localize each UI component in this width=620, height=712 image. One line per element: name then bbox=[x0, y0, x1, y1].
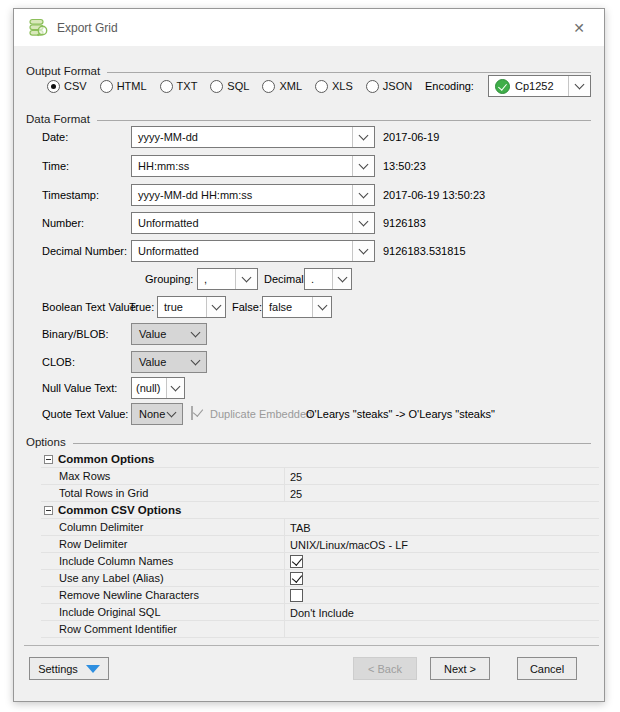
radio-xml[interactable]: XML bbox=[262, 80, 302, 93]
chevron-down-icon bbox=[332, 269, 351, 289]
time-label: Time: bbox=[42, 160, 69, 172]
table-row[interactable]: Common Options bbox=[41, 451, 599, 468]
option-value-cell[interactable] bbox=[284, 621, 599, 638]
quote-text-label: Quote Text Value: bbox=[42, 408, 128, 420]
option-group-title: Common Options bbox=[58, 453, 154, 465]
close-icon[interactable]: ✕ bbox=[568, 17, 590, 39]
option-value-cell[interactable]: UNIX/Linux/macOS - LF bbox=[284, 536, 599, 553]
radio-circle-icon bbox=[366, 80, 379, 93]
green-check-circle-icon bbox=[495, 79, 510, 94]
date-format-combo[interactable]: yyyy-MM-dd bbox=[131, 126, 375, 148]
radio-label: JSON bbox=[383, 80, 412, 92]
export-grid-dialog: Export Grid ✕ Output Format CSV HTML TXT… bbox=[13, 8, 605, 702]
time-format-combo[interactable]: HH:mm:ss bbox=[131, 155, 375, 177]
option-label: Remove Newline Characters bbox=[41, 589, 199, 601]
option-value-cell bbox=[284, 570, 599, 587]
encoding-combo[interactable]: Cp1252 bbox=[488, 75, 591, 97]
option-checkbox[interactable] bbox=[290, 589, 303, 602]
chevron-down-icon bbox=[352, 127, 374, 147]
settings-label: Settings bbox=[38, 663, 78, 675]
next-button[interactable]: Next > bbox=[430, 657, 490, 680]
combo-text: Unformatted bbox=[132, 241, 352, 261]
grouping-combo[interactable]: , bbox=[197, 268, 258, 290]
combo-text: , bbox=[198, 269, 235, 289]
binary-blob-combo[interactable]: Value bbox=[131, 323, 207, 345]
quote-example-text: O'Learys "steaks" -> O'Learys "steaks" bbox=[306, 408, 495, 420]
table-row[interactable]: Include Original SQL Don't Include bbox=[41, 604, 599, 621]
option-label: Max Rows bbox=[41, 470, 110, 482]
option-label: Include Original SQL bbox=[41, 606, 161, 618]
combo-text: Value bbox=[139, 356, 166, 368]
table-row[interactable]: Row Delimiter UNIX/Linux/macOS - LF bbox=[41, 536, 599, 553]
option-value-cell[interactable]: 25 bbox=[284, 485, 599, 502]
option-value-cell[interactable]: 25 bbox=[284, 468, 599, 485]
number-example: 9126183 bbox=[383, 217, 426, 229]
radio-json[interactable]: JSON bbox=[366, 80, 412, 93]
option-value: 25 bbox=[290, 488, 302, 500]
table-row[interactable]: Remove Newline Characters bbox=[41, 587, 599, 604]
time-row: Time: HH:mm:ss 13:50:23 bbox=[14, 155, 604, 177]
radio-html[interactable]: HTML bbox=[100, 80, 147, 93]
table-row[interactable]: Max Rows 25 bbox=[41, 468, 599, 485]
timestamp-row: Timestamp: yyyy-MM-dd HH:mm:ss 2017-06-1… bbox=[14, 184, 604, 206]
radio-csv[interactable]: CSV bbox=[47, 80, 87, 93]
option-label: Use any Label (Alias) bbox=[41, 572, 164, 584]
timestamp-example: 2017-06-19 13:50:23 bbox=[383, 189, 485, 201]
option-group-title: Common CSV Options bbox=[58, 504, 181, 516]
option-checkbox[interactable] bbox=[290, 572, 303, 585]
table-row[interactable]: Common CSV Options bbox=[41, 502, 599, 519]
radio-circle-icon bbox=[315, 80, 328, 93]
radio-txt[interactable]: TXT bbox=[160, 80, 198, 93]
number-label: Number: bbox=[42, 217, 84, 229]
radio-circle-icon bbox=[262, 80, 275, 93]
clob-label: CLOB: bbox=[42, 356, 75, 368]
radio-sql[interactable]: SQL bbox=[210, 80, 249, 93]
combo-text: (null) bbox=[132, 378, 166, 398]
option-value-cell[interactable]: TAB bbox=[284, 519, 599, 536]
option-value-cell[interactable]: Don't Include bbox=[284, 604, 599, 621]
decimal-number-row: Decimal Number: Unformatted 9126183.5318… bbox=[14, 240, 604, 262]
option-checkbox[interactable] bbox=[290, 555, 303, 568]
settings-button[interactable]: Settings bbox=[29, 657, 109, 680]
table-row[interactable]: Include Column Names bbox=[41, 553, 599, 570]
null-value-label: Null Value Text: bbox=[42, 382, 117, 394]
number-row: Number: Unformatted 9126183 bbox=[14, 212, 604, 234]
radio-label: XML bbox=[279, 80, 302, 92]
number-format-combo[interactable]: Unformatted bbox=[131, 212, 375, 234]
format-radio-group: CSV HTML TXT SQL XML XLS bbox=[47, 75, 412, 97]
timestamp-format-combo[interactable]: yyyy-MM-dd HH:mm:ss bbox=[131, 184, 375, 206]
cancel-button[interactable]: Cancel bbox=[517, 657, 577, 680]
decimal-number-format-combo[interactable]: Unformatted bbox=[131, 240, 375, 262]
false-label: False: bbox=[232, 301, 262, 313]
radio-label: HTML bbox=[117, 80, 147, 92]
boolean-true-combo[interactable]: true bbox=[157, 296, 226, 318]
table-row[interactable]: Column Delimiter TAB bbox=[41, 519, 599, 536]
dropdown-triangle-icon bbox=[86, 665, 100, 673]
option-value-cell bbox=[284, 553, 599, 570]
table-row[interactable]: Use any Label (Alias) bbox=[41, 570, 599, 587]
combo-text: None bbox=[139, 408, 165, 420]
window-title: Export Grid bbox=[57, 21, 118, 35]
combo-text: yyyy-MM-dd bbox=[132, 127, 352, 147]
decimal-combo[interactable]: . bbox=[304, 268, 352, 290]
boolean-false-combo[interactable]: false bbox=[262, 296, 332, 318]
radio-xls[interactable]: XLS bbox=[315, 80, 353, 93]
combo-text: yyyy-MM-dd HH:mm:ss bbox=[132, 185, 352, 205]
decimal-number-label: Decimal Number: bbox=[42, 245, 127, 257]
radio-label: CSV bbox=[64, 80, 87, 92]
option-value: TAB bbox=[290, 522, 311, 534]
grouping-label: Grouping: bbox=[145, 273, 193, 285]
chevron-down-icon bbox=[352, 241, 374, 261]
collapse-icon[interactable] bbox=[44, 455, 53, 464]
table-row[interactable]: Total Rows in Grid 25 bbox=[41, 485, 599, 502]
chevron-down-icon bbox=[568, 76, 590, 96]
null-value-combo[interactable]: (null) bbox=[131, 377, 185, 399]
table-row[interactable]: Row Comment Identifier bbox=[41, 621, 599, 638]
collapse-icon[interactable] bbox=[44, 506, 53, 515]
radio-label: TXT bbox=[177, 80, 198, 92]
combo-text: true bbox=[158, 297, 206, 317]
options-group-label: Options bbox=[26, 435, 591, 449]
clob-combo[interactable]: Value bbox=[131, 351, 207, 373]
quote-text-combo[interactable]: None bbox=[131, 403, 183, 425]
timestamp-label: Timestamp: bbox=[42, 189, 99, 201]
